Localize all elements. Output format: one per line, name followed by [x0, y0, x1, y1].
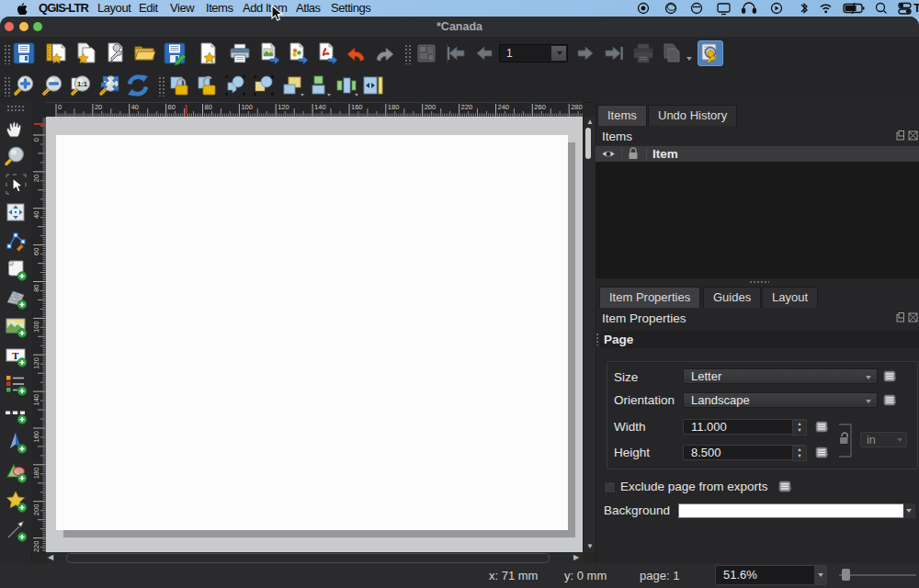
svg-text:20: 20	[32, 175, 40, 182]
svg-text:40: 40	[32, 211, 40, 219]
svg-text:T: T	[12, 350, 19, 361]
svg-text:200: 200	[425, 103, 437, 111]
svg-text:120: 120	[32, 357, 40, 369]
svg-text:140: 140	[32, 394, 40, 406]
svg-text:100: 100	[32, 321, 40, 333]
svg-text:40: 40	[131, 103, 139, 111]
svg-text:140: 140	[314, 103, 326, 111]
svg-text:80: 80	[205, 103, 212, 111]
svg-text:160: 160	[351, 103, 363, 111]
svg-text:260: 260	[534, 103, 546, 111]
svg-text:20: 20	[95, 103, 102, 111]
svg-text:100: 100	[241, 103, 253, 111]
svg-text:280: 280	[571, 103, 583, 111]
svg-text:80: 80	[32, 285, 40, 292]
svg-text:180: 180	[32, 468, 40, 480]
svg-text:200: 200	[32, 504, 40, 516]
svg-text:60: 60	[32, 248, 40, 255]
svg-text:240: 240	[498, 103, 510, 111]
svg-text:0: 0	[32, 138, 40, 141]
svg-text:0: 0	[58, 103, 62, 111]
svg-text:180: 180	[388, 103, 400, 111]
svg-text:220: 220	[32, 541, 40, 552]
svg-text:60: 60	[168, 103, 176, 111]
svg-text:220: 220	[461, 103, 473, 111]
svg-text:120: 120	[278, 103, 289, 111]
svg-text:1:1: 1:1	[77, 80, 87, 88]
svg-text:160: 160	[32, 431, 40, 443]
